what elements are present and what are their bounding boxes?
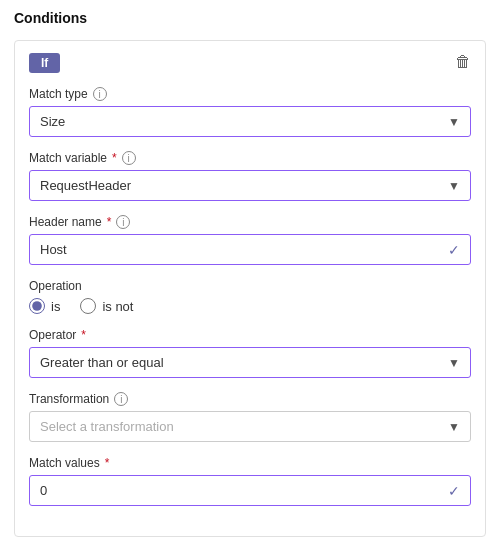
operator-label: Operator * [29,328,471,342]
match-type-select[interactable]: Size GeoMatch IPMatch RegexMatch StringM… [30,107,470,136]
transformation-label-text: Transformation [29,392,109,406]
operation-is-not-text: is not [102,299,133,314]
match-variable-group: Match variable * i RequestHeader QuerySt… [29,151,471,201]
header-name-label: Header name * i [29,215,471,229]
header-name-group: Header name * i ✓ [29,215,471,265]
operation-label-text: Operation [29,279,82,293]
operation-is-label[interactable]: is [29,298,60,314]
header-name-label-text: Header name [29,215,102,229]
transformation-select-wrapper: Select a transformation None Lowercase T… [29,411,471,442]
match-values-group: Match values * ✓ [29,456,471,506]
header-name-check-icon: ✓ [448,242,460,258]
match-values-input[interactable] [30,476,470,505]
operator-required-star: * [81,328,86,342]
match-variable-required-star: * [112,151,117,165]
operator-group: Operator * Greater than or equal Equal L… [29,328,471,378]
operator-label-text: Operator [29,328,76,342]
match-type-label: Match type i [29,87,471,101]
match-type-select-wrapper: Size GeoMatch IPMatch RegexMatch StringM… [29,106,471,137]
operation-is-not-radio[interactable] [80,298,96,314]
match-variable-label: Match variable * i [29,151,471,165]
condition-card: If 🗑 Match type i Size GeoMatch IPMatch … [14,40,486,537]
match-variable-select-wrapper: RequestHeader QueryString RequestUri Req… [29,170,471,201]
operator-select[interactable]: Greater than or equal Equal Less than Gr… [30,348,470,377]
match-type-label-text: Match type [29,87,88,101]
match-values-check-icon: ✓ [448,483,460,499]
page-title: Conditions [14,10,486,26]
transformation-label: Transformation i [29,392,471,406]
match-values-input-wrapper: ✓ [29,475,471,506]
delete-icon[interactable]: 🗑 [455,53,471,71]
operation-radio-group: is is not [29,298,471,314]
operation-is-not-label[interactable]: is not [80,298,133,314]
match-values-label: Match values * [29,456,471,470]
transformation-info-icon[interactable]: i [114,392,128,406]
operation-is-text: is [51,299,60,314]
transformation-group: Transformation i Select a transformation… [29,392,471,442]
transformation-select[interactable]: Select a transformation None Lowercase T… [30,412,470,441]
match-variable-select[interactable]: RequestHeader QueryString RequestUri Req… [30,171,470,200]
match-type-group: Match type i Size GeoMatch IPMatch Regex… [29,87,471,137]
operator-select-wrapper: Greater than or equal Equal Less than Gr… [29,347,471,378]
header-name-info-icon[interactable]: i [116,215,130,229]
match-values-required-star: * [105,456,110,470]
match-variable-info-icon[interactable]: i [122,151,136,165]
operation-label: Operation [29,279,471,293]
match-variable-label-text: Match variable [29,151,107,165]
match-type-info-icon[interactable]: i [93,87,107,101]
operation-group: Operation is is not [29,279,471,314]
header-name-required-star: * [107,215,112,229]
header-name-input-wrapper: ✓ [29,234,471,265]
header-name-input[interactable] [30,235,470,264]
match-values-label-text: Match values [29,456,100,470]
operation-is-radio[interactable] [29,298,45,314]
if-badge: If [29,53,60,73]
